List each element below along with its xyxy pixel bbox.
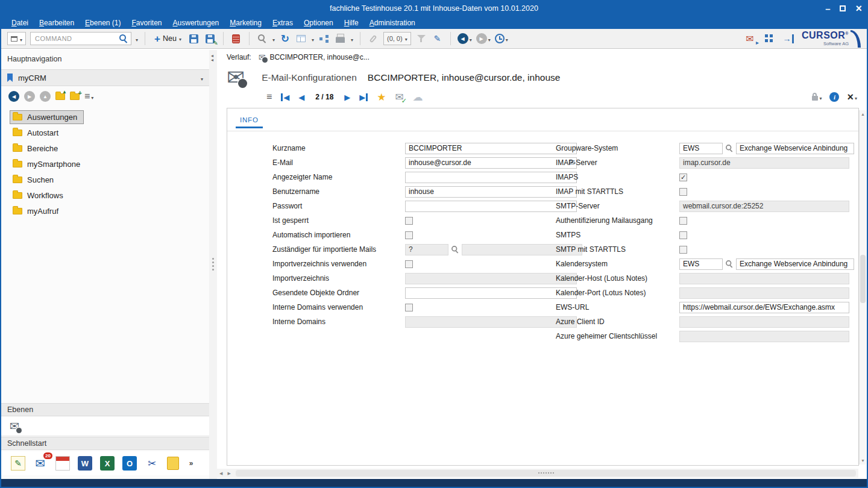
smtp-mit-starttls-checkbox[interactable] <box>679 246 687 254</box>
menu-item-hilfe[interactable]: Hilfe <box>339 18 364 28</box>
gesendete-objekte-ordner-input[interactable] <box>405 287 577 299</box>
tree-item-autostart[interactable]: Autostart <box>10 125 203 140</box>
save-as-button[interactable] <box>204 33 216 45</box>
notes-icon[interactable] <box>11 456 25 471</box>
info-icon[interactable] <box>829 92 839 102</box>
kalendersystem-code-input[interactable]: EWS <box>679 258 723 270</box>
menu-item-datei[interactable]: Datei <box>6 18 34 28</box>
record-menu-icon[interactable] <box>266 92 272 102</box>
previous-record-button[interactable] <box>298 93 304 101</box>
report-button[interactable] <box>295 33 307 45</box>
interne-domains-verwenden-checkbox[interactable] <box>405 304 413 311</box>
minimize-button[interactable] <box>825 4 830 14</box>
ews-url-input[interactable]: https://webmail.cursor.de/EWS/Exchange.a… <box>679 302 849 313</box>
email-config-tab-icon[interactable] <box>10 421 19 432</box>
apps-button[interactable] <box>763 33 775 45</box>
imap-mit-starttls-checkbox[interactable] <box>679 188 687 196</box>
history-forward-button[interactable] <box>476 33 491 44</box>
horizontal-scroll-thumb[interactable] <box>236 470 856 477</box>
tree-item-mysmartphone[interactable]: mySmartphone <box>10 156 203 172</box>
last-record-button[interactable] <box>359 93 368 101</box>
vertical-scroll-thumb[interactable] <box>860 255 866 303</box>
command-input[interactable] <box>34 34 119 43</box>
angezeigter-name-input[interactable] <box>405 172 577 183</box>
excel-icon[interactable] <box>100 456 115 471</box>
scroll-up-icon[interactable] <box>860 112 866 116</box>
delete-button[interactable] <box>230 33 242 45</box>
automatisch-importieren-checkbox[interactable] <box>405 231 413 239</box>
menu-item-administration[interactable]: Administration <box>364 18 421 28</box>
lookup-search-icon[interactable] <box>726 145 733 152</box>
passwort-input[interactable] <box>405 201 577 212</box>
schnellstart-header[interactable]: Schnellstart <box>1 437 209 450</box>
favorite-star-icon[interactable] <box>377 91 386 104</box>
menu-item-bearbeiten[interactable]: Bearbeiten <box>34 18 80 28</box>
menu-item-auswertungen[interactable]: Auswertungen <box>168 18 225 28</box>
refresh-button[interactable] <box>279 33 291 45</box>
lookup-search-icon[interactable] <box>451 246 459 253</box>
kurzname-input[interactable]: BCCIMPORTER <box>405 143 577 154</box>
importverzeichnis-verwenden-checkbox[interactable] <box>405 260 413 268</box>
benutzername-input[interactable]: inhouse <box>405 186 577 198</box>
tab-info[interactable]: INFO <box>236 114 263 128</box>
maximize-button[interactable] <box>840 5 846 11</box>
tree-item-myaufruf[interactable]: myAufruf <box>10 203 203 219</box>
tree-item-auswertungen[interactable]: Auswertungen <box>10 109 203 125</box>
folder-add-button[interactable] <box>70 93 80 100</box>
history-button[interactable] <box>495 33 508 44</box>
outlook-icon[interactable] <box>122 456 137 471</box>
verlauf-item[interactable]: BCCIMPORTER, inhouse@c... <box>259 53 370 61</box>
nav-forward-button[interactable] <box>24 91 35 102</box>
mail-verified-icon[interactable] <box>395 92 404 102</box>
nav-up-button[interactable] <box>40 91 51 102</box>
command-dropdown-icon[interactable] <box>136 33 138 44</box>
folder-app-icon[interactable] <box>167 457 179 470</box>
command-search[interactable] <box>30 32 131 45</box>
edit-button[interactable] <box>432 33 444 45</box>
e-mail-input[interactable]: inhouse@cursor.de <box>405 157 577 169</box>
horizontal-scrollbar[interactable] <box>217 469 858 478</box>
menu-item-marketing[interactable]: Marketing <box>224 18 267 28</box>
view-options-button[interactable] <box>84 91 93 102</box>
chevron-down-icon[interactable] <box>312 33 314 44</box>
menu-item-extras[interactable]: Extras <box>267 18 298 28</box>
splitter-grip[interactable] <box>212 258 214 260</box>
permissions-button[interactable] <box>812 92 822 102</box>
authentifizierung-mailausgang-checkbox[interactable] <box>679 217 687 225</box>
menu-item-optionen[interactable]: Optionen <box>298 18 339 28</box>
close-record-button[interactable] <box>847 92 857 103</box>
window-selector[interactable] <box>7 32 26 45</box>
folder-up-button[interactable] <box>55 93 65 100</box>
lookup-search-icon[interactable] <box>726 260 733 267</box>
scroll-down-icon[interactable] <box>860 458 866 463</box>
vertical-scrollbar[interactable] <box>859 110 866 465</box>
scroll-left-icon[interactable] <box>217 471 225 476</box>
search-icon[interactable] <box>119 34 128 43</box>
mail-icon[interactable]: 20 <box>33 456 48 471</box>
next-record-button[interactable] <box>344 93 350 101</box>
first-record-button[interactable] <box>281 93 289 101</box>
tree-item-workflows[interactable]: Workflows <box>10 187 203 203</box>
nav-back-button[interactable] <box>8 91 19 102</box>
history-back-button[interactable] <box>458 33 472 44</box>
chevron-down-icon[interactable] <box>272 33 275 44</box>
word-icon[interactable] <box>78 456 92 471</box>
tree-item-suchen[interactable]: Suchen <box>10 172 203 187</box>
workspace-selector[interactable]: myCRM <box>1 69 209 86</box>
tree-item-bereiche[interactable]: Bereiche <box>10 140 203 156</box>
print-button[interactable] <box>335 33 347 45</box>
scroll-right-icon[interactable] <box>225 471 233 476</box>
calendar-icon[interactable] <box>55 456 70 471</box>
advanced-search-button[interactable] <box>256 33 268 45</box>
collapse-sidebar-icon[interactable] <box>211 54 213 62</box>
neu-button[interactable]: Neu <box>152 33 184 45</box>
menu-item-ebenen-1[interactable]: Ebenen (1) <box>80 18 126 28</box>
scissors-icon[interactable] <box>145 456 159 471</box>
overflow-icon[interactable] <box>187 456 195 471</box>
save-button[interactable] <box>188 33 200 45</box>
selection-counter[interactable]: (0, 0) <box>383 32 411 45</box>
ist-gesperrt-checkbox[interactable] <box>405 217 413 225</box>
smtps-checkbox[interactable] <box>679 231 687 239</box>
groupware-system-code-input[interactable]: EWS <box>679 143 723 154</box>
imaps-checkbox[interactable] <box>679 174 687 181</box>
